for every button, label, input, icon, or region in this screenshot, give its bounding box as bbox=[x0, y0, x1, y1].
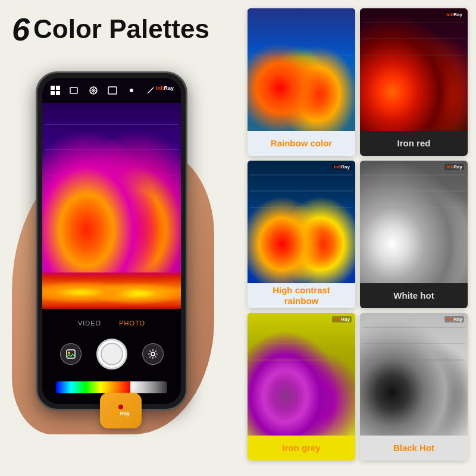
thermal-upper bbox=[42, 103, 181, 273]
shelf-lines-6 bbox=[360, 319, 468, 368]
palettes-grid: InfiRay Rainbow color InfiRay Iron red bbox=[248, 8, 468, 461]
palette-card-black-hot: InfiRay Black Hot bbox=[360, 313, 468, 461]
svg-point-7 bbox=[130, 89, 133, 92]
palette-bar[interactable] bbox=[56, 381, 167, 393]
shutter-button[interactable] bbox=[96, 339, 127, 369]
phone-screen: InfiRay bbox=[42, 78, 181, 404]
phone-toolbar: InfiRay bbox=[42, 78, 181, 103]
title-text: Color Palettes bbox=[33, 14, 209, 44]
iron-grey-label: Iron grey bbox=[248, 436, 355, 461]
device-brand-label: InfiRay bbox=[112, 411, 130, 417]
card-brand-black-hot: InfiRay bbox=[444, 316, 464, 322]
shelf-lines-4 bbox=[360, 167, 468, 215]
title-section: 6 Color Palettes bbox=[12, 11, 209, 48]
palette-card-hcr: InfiRay High contrastrainbow bbox=[248, 161, 355, 308]
hcr-label: High contrastrainbow bbox=[248, 283, 355, 308]
svg-rect-0 bbox=[70, 87, 77, 93]
iron-red-image: InfiRay bbox=[360, 8, 468, 131]
svg-point-10 bbox=[68, 352, 70, 354]
hcr-image: InfiRay bbox=[248, 161, 355, 283]
svg-point-11 bbox=[151, 352, 155, 356]
phone-brand: InfiRay bbox=[156, 85, 174, 91]
shutter-inner bbox=[101, 343, 123, 365]
page: 6 Color Palettes bbox=[0, 0, 476, 476]
dot-icon[interactable] bbox=[126, 84, 137, 96]
square-icon[interactable] bbox=[68, 84, 80, 96]
rainbow-color-label: Rainbow color bbox=[248, 131, 355, 156]
brand-ray: Ray bbox=[164, 85, 174, 91]
white-hot-label: White hot bbox=[360, 283, 468, 308]
thermal-lower bbox=[42, 273, 181, 309]
device-logo-dot bbox=[118, 405, 123, 409]
video-tab[interactable]: VIDEO bbox=[78, 320, 101, 327]
photo-tab[interactable]: PHOTO bbox=[119, 320, 145, 327]
phone-device: InfiRay bbox=[36, 71, 187, 411]
phone-container: InfiRay bbox=[12, 54, 208, 434]
card-brand-hcr: InfiRay bbox=[332, 164, 352, 170]
rect-icon[interactable] bbox=[107, 84, 118, 96]
brand-infi: Infi bbox=[156, 85, 164, 91]
card-brand-iron-grey: InfiRay bbox=[332, 316, 352, 322]
shelf-lines bbox=[248, 14, 355, 63]
palette-rainbow-segment bbox=[56, 381, 130, 393]
phone-controls: VIDEO PHOTO bbox=[42, 309, 181, 404]
grid-icon[interactable] bbox=[49, 84, 61, 96]
black-hot-label: Black Hot bbox=[360, 436, 468, 461]
iron-red-label: Iron red bbox=[360, 131, 468, 156]
infiray-device: InfiRay bbox=[100, 393, 142, 428]
pen-icon[interactable] bbox=[145, 84, 156, 96]
rainbow-color-image: InfiRay bbox=[248, 8, 355, 131]
palette-card-white-hot: InfiRay White hot bbox=[360, 161, 468, 308]
black-hot-image: InfiRay bbox=[360, 313, 468, 436]
svg-rect-9 bbox=[67, 350, 75, 358]
white-hot-image: InfiRay bbox=[360, 161, 468, 283]
shelf-lines-3 bbox=[248, 167, 355, 215]
palette-card-iron-grey: InfiRay Iron grey bbox=[248, 313, 355, 461]
svg-rect-6 bbox=[108, 87, 117, 94]
palette-card-iron-red: InfiRay Iron red bbox=[360, 8, 468, 156]
iron-grey-image: InfiRay bbox=[248, 313, 355, 436]
title-number: 6 bbox=[12, 11, 30, 48]
gallery-button[interactable] bbox=[60, 343, 82, 365]
svg-line-8 bbox=[148, 87, 154, 93]
mode-tabs: VIDEO PHOTO bbox=[78, 320, 145, 327]
palette-warm-segment bbox=[130, 381, 167, 393]
device-logo: InfiRay bbox=[112, 405, 130, 417]
card-brand-rainbow: InfiRay bbox=[332, 11, 352, 18]
shelf-lines-2 bbox=[360, 14, 468, 63]
camera-controls bbox=[60, 339, 164, 369]
card-brand-iron-red: InfiRay bbox=[444, 11, 464, 18]
settings-button[interactable] bbox=[142, 343, 164, 365]
shelf-lines-5 bbox=[248, 319, 355, 368]
card-brand-white-hot: InfiRay bbox=[444, 164, 464, 170]
snowflake-icon[interactable] bbox=[87, 84, 99, 96]
phone-inner: InfiRay bbox=[42, 78, 181, 404]
palette-card-rainbow: InfiRay Rainbow color bbox=[248, 8, 355, 156]
